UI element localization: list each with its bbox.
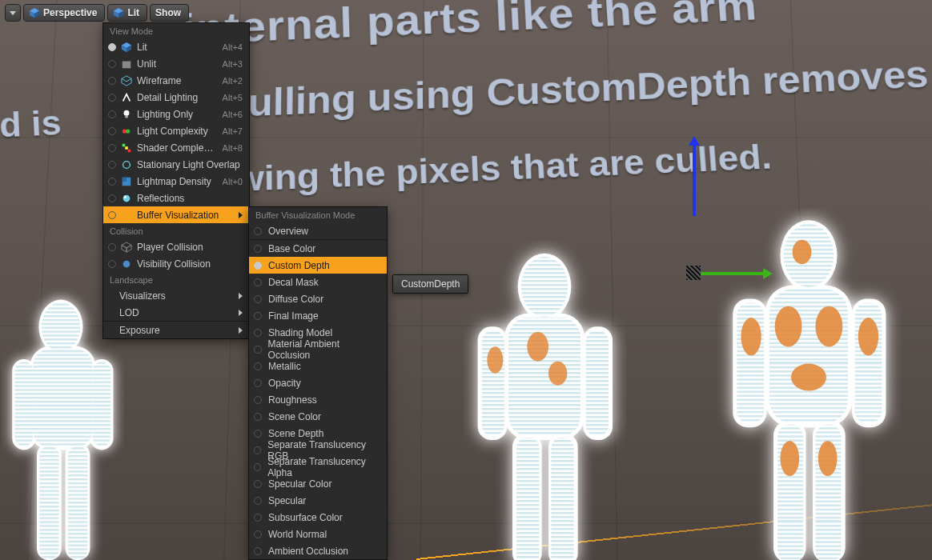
svg-point-47 [858,318,878,355]
radio-icon [254,312,262,320]
shortcut-label: Alt+8 [223,143,243,153]
lightonly-icon [121,109,132,120]
chevron-right-icon [239,293,243,299]
svg-rect-12 [68,446,87,560]
svg-rect-10 [93,362,111,446]
chevron-right-icon [239,310,243,316]
menu-item-light-complexity[interactable]: Light ComplexityAlt+7 [103,122,249,139]
submenu-item-separate-translucency-alpha[interactable]: Separate Translucency Alpha [249,458,387,475]
menu-item-player-collision[interactable]: Player Collision [103,238,249,255]
submenu-item-custom-depth[interactable]: Custom Depth [249,257,387,274]
submenu-item-world-normal[interactable]: World Normal [249,526,387,542]
menu-item-wireframe[interactable]: WireframeAlt+2 [103,72,249,89]
svg-rect-5 [37,443,62,560]
unlit-icon [121,58,132,70]
reflect-icon [121,193,132,204]
tooltip-customdepth: CustomDepth [392,274,468,294]
menu-item-buffer-visualization[interactable]: Buffer Visualization [103,206,249,223]
submenu-item-decal-mask[interactable]: Decal Mask [249,274,387,290]
submenu-item-subsurface-color[interactable]: Subsurface Color [249,509,387,526]
menu-item-stationary-light-overlap[interactable]: Stationary Light Overlap [103,156,249,173]
perspective-button[interactable]: Perspective [23,4,105,22]
menu-item-detail-lighting[interactable]: Detail LightingAlt+5 [103,89,249,106]
radio-icon [254,329,262,337]
svg-rect-15 [504,314,585,440]
svg-rect-73 [127,210,131,214]
menu-item-shader-complexity[interactable]: Shader ComplexityAlt+8 [103,139,249,156]
radio-icon [108,127,116,135]
menu-item-visibility-collision[interactable]: Visibility Collision [103,255,249,272]
svg-rect-74 [122,215,126,219]
svg-point-36 [784,223,834,287]
svg-rect-72 [122,210,126,214]
menu-item-lighting-only[interactable]: Lighting OnlyAlt+6 [103,106,249,122]
radio-icon [108,60,116,68]
submenu-item-scene-color[interactable]: Scene Color [249,408,387,425]
menu-item-visualizers[interactable]: Visualizers [103,287,249,304]
menu-item-unlit[interactable]: UnlitAlt+3 [103,55,249,72]
radio-icon [108,194,116,202]
svg-rect-75 [127,215,131,219]
submenu-item-specular[interactable]: Specular [249,492,387,509]
svg-point-44 [815,306,842,347]
menu-section-collision: Collision [103,223,249,238]
menu-section-landscape: Landscape [103,272,249,287]
chevron-right-icon [239,327,243,334]
submenu-item-overview[interactable]: Overview [249,222,387,239]
svg-point-45 [791,364,826,391]
submenu-item-base-color[interactable]: Base Color [249,240,387,257]
svg-point-48 [780,441,799,476]
menu-item-reflections[interactable]: Reflections [103,190,249,206]
viewport-options-button[interactable] [5,4,21,22]
detail-icon [121,92,132,103]
svg-rect-19 [548,434,578,560]
svg-point-43 [775,306,802,347]
world-text-line3: d is [0,103,62,145]
radio-icon [254,262,262,270]
svg-rect-61 [125,115,128,118]
svg-rect-38 [737,302,764,423]
svg-rect-69 [123,177,127,181]
svg-marker-76 [122,242,131,247]
menu-item-lit[interactable]: LitAlt+4 [103,38,249,55]
submenu-item-ambient-occlusion[interactable]: Ambient Occlusion [249,542,387,559]
lit-icon [121,42,132,53]
radio-icon [254,379,262,387]
svg-point-28 [487,346,503,373]
shortcut-label: Alt+3 [223,59,243,69]
viewport-3d[interactable]: internal parts like the arm ulling using… [0,0,932,560]
svg-rect-31 [765,285,852,427]
svg-point-42 [793,240,812,264]
submenu-item-final-image[interactable]: Final Image [249,307,387,324]
svg-rect-37 [769,290,848,424]
perspective-label: Perspective [43,7,97,18]
submenu-item-diffuse-color[interactable]: Diffuse Color [249,290,387,307]
gizmo-z-axis[interactable] [693,144,696,216]
radio-icon [108,144,116,152]
shortcut-label: Alt+4 [223,42,243,52]
menu-item-lightmap-density[interactable]: Lightmap DensityAlt+0 [103,173,249,190]
svg-rect-11 [39,446,58,560]
svg-rect-65 [125,146,128,150]
menu-section-viewmode: View Mode [103,23,249,38]
submenu-item-material-ambient-occlusion[interactable]: Material Ambient Occlusion [249,341,387,358]
svg-marker-78 [127,245,131,252]
gizmo-origin[interactable] [686,266,701,280]
chevron-down-icon [10,11,16,15]
gizmo-y-axis[interactable] [693,272,765,275]
svg-rect-41 [815,425,841,560]
submenu-item-opacity[interactable]: Opacity [249,374,387,391]
radio-icon [254,295,262,303]
lit-button[interactable]: Lit [107,4,147,22]
svg-point-67 [123,161,131,168]
world-text-line4: wing the pixels that are culled. [235,137,773,198]
radio-icon [254,514,262,522]
radio-icon [254,362,262,370]
radio-icon [108,260,116,268]
show-button[interactable]: Show [150,4,189,22]
radio-icon [254,497,262,505]
menu-item-lod[interactable]: LOD [103,304,249,321]
menu-item-exposure[interactable]: Exposure [103,322,249,338]
wireframe-icon [121,75,132,86]
submenu-item-roughness[interactable]: Roughness [249,391,387,408]
